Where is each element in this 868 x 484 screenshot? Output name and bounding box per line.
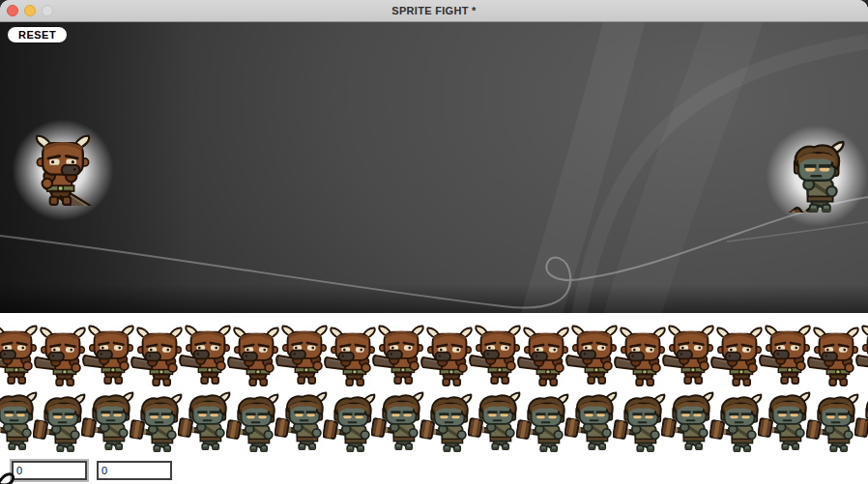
light-streak-curve xyxy=(0,197,868,308)
reset-button[interactable]: RESET xyxy=(7,26,68,43)
partial-sprite-fragment xyxy=(0,468,25,484)
minimize-button[interactable] xyxy=(24,5,36,16)
titlebar: SPRITE FIGHT * xyxy=(0,0,868,22)
minotaur-sprite xyxy=(27,134,99,206)
fighter-left-minotaur xyxy=(12,119,114,221)
orc-sprite xyxy=(780,139,854,213)
background-smoke-swirls xyxy=(0,22,868,313)
app-window: SPRITE FIGHT * RESET xyxy=(0,0,868,484)
sprite-frame-row-orc-18 xyxy=(854,390,868,450)
sprite-row-orc xyxy=(0,390,868,454)
traffic-lights xyxy=(7,5,53,16)
fullscreen-button xyxy=(42,5,53,16)
fighter-right-orc xyxy=(766,125,868,227)
sprite-frame-row-minotaur-18 xyxy=(854,325,868,384)
close-button[interactable] xyxy=(7,5,18,16)
frame-input-right[interactable] xyxy=(97,461,172,480)
sprite-sheet-panel xyxy=(0,313,868,484)
frame-inputs xyxy=(12,461,172,480)
game-canvas[interactable]: RESET xyxy=(0,22,868,313)
sprite-row-minotaur xyxy=(0,325,868,388)
window-title: SPRITE FIGHT * xyxy=(391,5,476,16)
